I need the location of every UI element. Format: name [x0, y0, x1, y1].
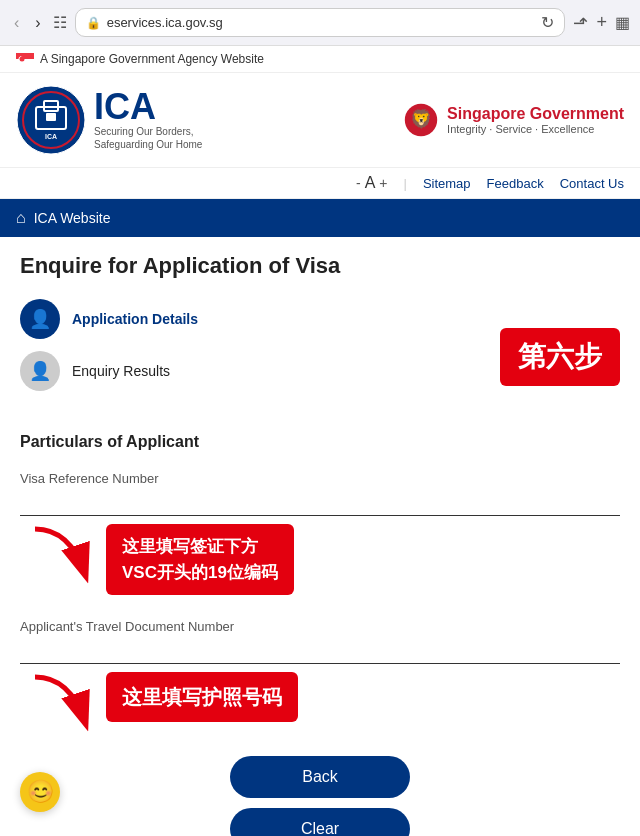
font-plus-btn[interactable]: +	[379, 175, 387, 191]
steps-annotation-row: 👤 Application Details 👤 Enquiry Results …	[20, 299, 620, 415]
bookmarks-icon[interactable]: ☷	[53, 13, 67, 32]
svg-text:🦁: 🦁	[410, 108, 433, 130]
back-button[interactable]: ‹	[10, 12, 23, 34]
sg-flag	[16, 53, 34, 65]
reload-button[interactable]: ↻	[541, 13, 554, 32]
font-a-label: A	[365, 174, 376, 192]
page-title: Enquire for Application of Visa	[20, 253, 620, 279]
travel-doc-field: Applicant's Travel Document Number	[20, 619, 620, 732]
step-circle-2: 👤	[20, 351, 60, 391]
back-button[interactable]: Back	[230, 756, 410, 798]
ica-title: ICA	[94, 89, 202, 125]
add-tab-button[interactable]: +	[596, 12, 607, 33]
font-size-controls: - A +	[356, 174, 388, 192]
steps-section: 👤 Application Details 👤 Enquiry Results …	[20, 299, 620, 415]
nav-breadcrumb: ⌂ ICA Website	[0, 199, 640, 237]
back-button-row: Back	[20, 756, 620, 798]
annotation-step6-box: 第六步	[500, 328, 620, 386]
gov-banner-text: A Singapore Government Agency Website	[40, 52, 264, 66]
visa-arrow-container	[20, 524, 100, 584]
travel-arrow-container	[20, 672, 100, 732]
step-item-2[interactable]: 👤 Enquiry Results	[20, 351, 480, 391]
step-circle-1: 👤	[20, 299, 60, 339]
clear-button-row: Clear	[20, 808, 620, 836]
ica-logo: ICA	[16, 85, 86, 155]
visa-annotation-text: 这里填写签证下方VSC开头的19位编码	[106, 524, 294, 595]
contact-us-link[interactable]: Contact Us	[560, 176, 624, 191]
lock-icon: 🔒	[86, 16, 101, 30]
travel-annotation-text: 这里填写护照号码	[106, 672, 298, 722]
visa-ref-label: Visa Reference Number	[20, 471, 620, 486]
browser-bar: ‹ › ☷ 🔒 eservices.ica.gov.sg ↻ ⬏ + ▦	[0, 0, 640, 46]
visa-arrow-icon	[20, 524, 100, 584]
sg-gov-tagline: Integrity · Service · Excellence	[447, 123, 624, 135]
font-minus-btn[interactable]: -	[356, 175, 361, 191]
sg-lion-icon: 🦁	[403, 102, 439, 138]
section-title: Particulars of Applicant	[20, 433, 620, 451]
clear-button[interactable]: Clear	[230, 808, 410, 836]
visa-ref-input[interactable]	[20, 490, 620, 516]
tabs-button[interactable]: ▦	[615, 13, 630, 32]
address-bar[interactable]: 🔒 eservices.ica.gov.sg ↻	[75, 8, 566, 37]
travel-arrow-icon	[20, 672, 100, 732]
svg-rect-9	[46, 113, 56, 121]
step-label-2: Enquiry Results	[72, 363, 170, 379]
top-nav: - A + | Sitemap Feedback Contact Us	[0, 168, 640, 199]
visa-annotation-row: 这里填写签证下方VSC开头的19位编码	[20, 524, 620, 595]
forward-button[interactable]: ›	[31, 12, 44, 34]
visa-ref-field: Visa Reference Number	[20, 471, 620, 595]
sg-gov-title: Singapore Government	[447, 105, 624, 123]
travel-doc-input[interactable]	[20, 638, 620, 664]
svg-text:ICA: ICA	[45, 133, 57, 140]
step-label-1: Application Details	[72, 311, 198, 327]
gov-banner: A Singapore Government Agency Website	[0, 46, 640, 73]
share-button[interactable]: ⬏	[573, 12, 588, 34]
home-icon[interactable]: ⌂	[16, 209, 26, 227]
ica-logo-area: ICA ICA Securing Our Borders,Safeguardin…	[16, 85, 202, 155]
step-item-1[interactable]: 👤 Application Details	[20, 299, 480, 339]
visa-ref-row	[20, 490, 620, 516]
annotation-step6-area: 第六步	[500, 328, 620, 386]
page-content: Enquire for Application of Visa 👤 Applic…	[0, 237, 640, 836]
steps-container: 👤 Application Details 👤 Enquiry Results	[20, 299, 480, 391]
sg-gov-right: 🦁 Singapore Government Integrity · Servi…	[403, 102, 624, 138]
sitemap-link[interactable]: Sitemap	[423, 176, 471, 191]
breadcrumb-text[interactable]: ICA Website	[34, 210, 111, 226]
feedback-link[interactable]: Feedback	[487, 176, 544, 191]
sg-gov-text: Singapore Government Integrity · Service…	[447, 105, 624, 135]
smiley-button[interactable]: 😊	[20, 772, 60, 812]
svg-point-3	[20, 57, 25, 62]
travel-annotation-row: 这里填写护照号码	[20, 672, 620, 732]
travel-doc-label: Applicant's Travel Document Number	[20, 619, 620, 634]
step-icon-2: 👤	[29, 360, 51, 382]
ica-subtitle: Securing Our Borders,Safeguarding Our Ho…	[94, 125, 202, 151]
url-text: eservices.ica.gov.sg	[107, 15, 536, 30]
site-header: ICA ICA Securing Our Borders,Safeguardin…	[0, 73, 640, 168]
ica-text-area: ICA Securing Our Borders,Safeguarding Ou…	[94, 89, 202, 151]
step-icon-1: 👤	[29, 308, 51, 330]
